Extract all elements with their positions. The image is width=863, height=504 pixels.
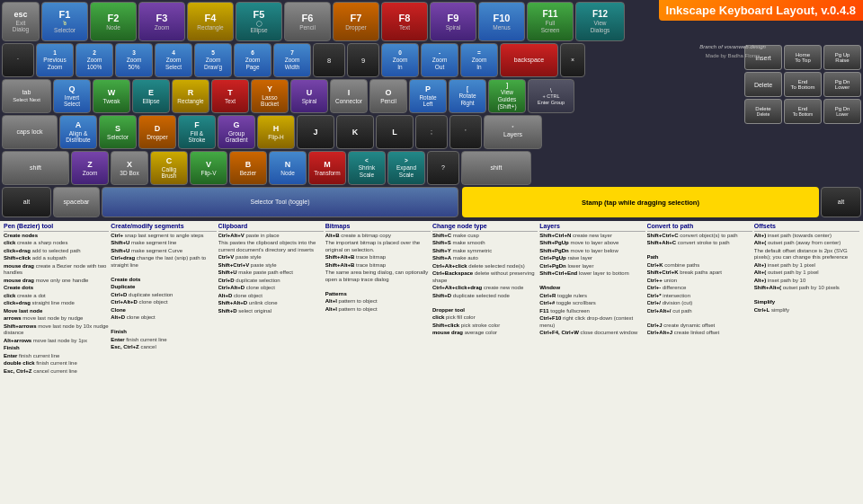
key-equals[interactable]: = Zoom In xyxy=(460,43,498,77)
key-minus[interactable]: - Zoom Out xyxy=(421,43,458,77)
key-f5[interactable]: F5 ◯ Ellipse xyxy=(236,2,282,41)
col-offsets: Offsets Alt+) inset path (towards center… xyxy=(754,223,859,502)
key-p[interactable]: P Rotate Left xyxy=(409,79,447,113)
key-7[interactable]: 7 Zoom Width xyxy=(273,43,311,77)
keyboard-layout: Inkscape Keyboard Layout, v.0.4.8 esc Ex… xyxy=(0,0,863,504)
key-f11[interactable]: F11 Full Screen xyxy=(527,2,574,41)
caps-key-row: caps lock A Align & Distribute S Selecto… xyxy=(2,115,861,149)
key-2[interactable]: 2 Zoom 100% xyxy=(76,43,113,77)
key-b[interactable]: B Bezier xyxy=(229,151,267,185)
key-f9[interactable]: F9 Spiral xyxy=(430,2,476,41)
key-t[interactable]: T Text xyxy=(211,79,249,113)
col-convert-title: Convert to path xyxy=(647,223,752,232)
key-end2[interactable]: EndTo Bottom xyxy=(784,99,822,124)
key-f7[interactable]: F7 Dropper xyxy=(333,2,379,41)
key-esc[interactable]: esc Exit Dialog xyxy=(2,2,40,41)
key-y[interactable]: Y Lasso Bucket xyxy=(251,79,289,113)
key-f12[interactable]: F12 View Dialogs xyxy=(575,2,625,41)
key-alt-left[interactable]: spacebar xyxy=(53,187,100,217)
key-f[interactable]: F Fill & Stroke xyxy=(178,115,216,149)
key-enter[interactable]: * Layers xyxy=(484,115,542,149)
key-q[interactable]: Q Invert Select xyxy=(53,79,91,113)
key-delete-row2[interactable]: × xyxy=(560,43,585,77)
tab-key-row: tab Select Next Q Invert Select W Tweak … xyxy=(2,79,861,113)
key-u[interactable]: U Spiral xyxy=(290,79,328,113)
key-o[interactable]: O Pencil xyxy=(369,79,407,113)
key-a[interactable]: A Align & Distribute xyxy=(59,115,97,149)
key-6[interactable]: 6 Zoom Page xyxy=(234,43,271,77)
col-clipboard: Clipboard Ctrl+Alt+V paste in place This… xyxy=(218,223,324,502)
key-space[interactable]: Selector Tool (toggle) xyxy=(102,187,458,217)
key-h[interactable]: H Flip-H xyxy=(257,115,295,149)
key-r[interactable]: R Rectangle xyxy=(172,79,209,113)
key-f1[interactable]: F1 🖱 Selector xyxy=(41,2,88,41)
col-offsets-title: Offsets xyxy=(754,223,859,232)
key-l[interactable]: L xyxy=(376,115,414,149)
made-by-text: Made by Badha Floros xyxy=(697,52,769,59)
key-g[interactable]: G Group Gradient xyxy=(218,115,255,149)
key-c[interactable]: C Callig Brush xyxy=(150,151,188,185)
title-bar: Inkscape Keyboard Layout, v.0.4.8 xyxy=(659,0,863,21)
key-delete2[interactable]: DeleteDelete xyxy=(744,99,782,124)
key-4[interactable]: 4 Zoom Select xyxy=(155,43,192,77)
key-0[interactable]: 0 Zoom In xyxy=(381,43,419,77)
key-5[interactable]: 5 Zoom Draw'g xyxy=(194,43,232,77)
key-backspace[interactable]: backspace xyxy=(500,43,558,77)
shift-key-row: shift Z Zoom X 3D Box C Callig Brush V F… xyxy=(2,151,861,185)
key-ctrl-left[interactable]: alt xyxy=(2,187,51,217)
key-v[interactable]: V Flip-V xyxy=(190,151,227,185)
key-8[interactable]: 8 xyxy=(313,43,345,77)
key-f10[interactable]: F10 Menus xyxy=(478,2,525,41)
key-f2[interactable]: F2 Node xyxy=(90,2,137,41)
col-pen-tool: Pen (Bezier) tool Create nodes click cre… xyxy=(4,223,109,502)
key-delete[interactable]: Delete xyxy=(744,72,782,97)
key-e[interactable]: E Ellipse xyxy=(132,79,170,113)
key-i[interactable]: I Connector xyxy=(330,79,368,113)
key-comma[interactable]: < Shrink Scale xyxy=(348,151,386,185)
key-z[interactable]: Z Zoom xyxy=(71,151,109,185)
key-s[interactable]: S Selector xyxy=(99,115,137,149)
key-shift-left[interactable]: shift xyxy=(2,151,69,185)
key-quote[interactable]: ' xyxy=(449,115,482,149)
key-n[interactable]: N Node xyxy=(269,151,307,185)
bottom-key-row: alt spacebar Selector Tool (toggle) Stam… xyxy=(2,187,861,217)
key-home[interactable]: HomeTo Top xyxy=(784,45,822,70)
key-m[interactable]: M Transform xyxy=(308,151,346,185)
key-9[interactable]: 9 xyxy=(347,43,379,77)
col-create-title: Create/modify segments xyxy=(111,223,216,232)
key-f4[interactable]: F4 Rectangle xyxy=(187,2,234,41)
col-bitmaps: Bitmaps Alt+B create a bitmap copy The i… xyxy=(325,223,431,502)
key-k[interactable]: K xyxy=(336,115,374,149)
key-lower[interactable]: Pg DnLower xyxy=(823,99,861,124)
key-w[interactable]: W Tweak xyxy=(93,79,130,113)
key-capslock[interactable]: caps lock xyxy=(2,115,58,149)
col-bitmaps-title: Bitmaps xyxy=(325,223,431,232)
col-pen-title: Pen (Bezier) tool xyxy=(4,223,109,232)
key-close-bracket[interactable]: ] View Guides (Shift+) xyxy=(488,79,526,113)
key-3[interactable]: 3 Zoom 50% xyxy=(115,43,153,77)
key-semicolon[interactable]: ; xyxy=(415,115,448,149)
key-d[interactable]: D Dropper xyxy=(138,115,176,149)
key-backtick[interactable]: ` xyxy=(2,43,34,77)
key-pgdn[interactable]: Pg DnLower xyxy=(823,72,861,97)
title-text: Inkscape Keyboard Layout, v.0.4.8 xyxy=(666,4,856,17)
key-slash[interactable]: ? xyxy=(427,151,459,185)
key-open-bracket[interactable]: [ Rotate Right xyxy=(449,79,486,113)
key-tab[interactable]: tab Select Next xyxy=(2,79,51,113)
key-end[interactable]: EndTo Bottom xyxy=(784,72,822,97)
key-1[interactable]: 1 Previous Zoom xyxy=(36,43,74,77)
key-ctrl-right[interactable]: alt xyxy=(821,187,861,217)
key-shift-right[interactable]: shift xyxy=(461,151,531,185)
keyboard-area: esc Exit Dialog F1 🖱 Selector F2 Node F3… xyxy=(0,0,863,221)
key-f8[interactable]: F8 Text xyxy=(381,2,428,41)
key-f6[interactable]: F6 Pencil xyxy=(284,2,331,41)
col-convert-path: Convert to path Shift+Ctrl+C convert obj… xyxy=(647,223,752,502)
key-x[interactable]: X 3D Box xyxy=(111,151,148,185)
key-backslash[interactable]: \ + CTRL Enter Group xyxy=(528,79,574,113)
stamp-label: Stamp (tap while dragging selection) xyxy=(582,199,699,207)
key-f3[interactable]: F3 Zoom xyxy=(138,2,185,41)
key-pgup[interactable]: Pg UpRaise xyxy=(823,45,861,70)
key-j[interactable]: J xyxy=(297,115,334,149)
branch-text: Branch of vovanweb.design xyxy=(697,43,769,50)
key-period[interactable]: > Expand Scale xyxy=(387,151,425,185)
